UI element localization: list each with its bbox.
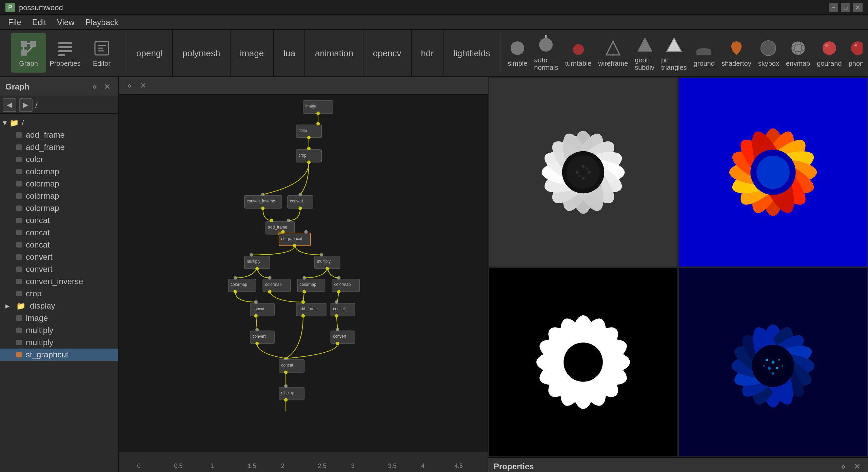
tab-lua[interactable]: lua: [274, 30, 305, 77]
close-button[interactable]: ✕: [853, 2, 863, 12]
tree-item-add-frame-1[interactable]: add_frame: [0, 129, 118, 141]
tree-item-label: color: [26, 155, 43, 164]
preset-pn-triangles[interactable]: pn triangles: [658, 33, 690, 73]
tree-item-colormap-2[interactable]: colormap: [0, 178, 118, 190]
tab-lightfields[interactable]: lightfields: [444, 30, 500, 77]
tree-item-add-frame-2[interactable]: add_frame: [0, 141, 118, 153]
svg-point-198: [752, 345, 794, 387]
tree-item-colormap-1[interactable]: colormap: [0, 165, 118, 178]
viewport-top-left: [488, 77, 678, 267]
svg-point-32: [855, 44, 857, 46]
node-icon: [16, 340, 22, 345]
tree-item-multiply-1[interactable]: multiply: [0, 324, 118, 336]
graph-nav-forward[interactable]: ▶: [19, 98, 33, 112]
tree-item-concat-1[interactable]: concat: [0, 214, 118, 227]
tree-item-convert-inverse[interactable]: convert_inverse: [0, 275, 118, 288]
tree-item-convert-2[interactable]: convert: [0, 263, 118, 275]
props-title: Properties: [494, 461, 534, 471]
wireframe-icon: [604, 39, 623, 58]
preset-auto-normals[interactable]: auto normals: [531, 33, 561, 73]
graph-button[interactable]: Graph: [11, 33, 46, 73]
ground-label: ground: [694, 60, 715, 67]
properties-icon: [56, 39, 75, 58]
maximize-button[interactable]: □: [841, 2, 850, 12]
node-icon: [16, 144, 22, 150]
props-diamond-button[interactable]: ⋄: [838, 461, 849, 472]
nodegraph-area[interactable]: .nr { fill:#3a3a3a; stroke:#555; stroke-…: [119, 95, 488, 452]
preset-ground[interactable]: ground: [691, 33, 717, 73]
svg-text:add_frame: add_frame: [298, 307, 318, 311]
nodegraph-close-button[interactable]: ✕: [138, 80, 149, 91]
svg-text:convert: convert: [253, 334, 266, 339]
nodegraph-diamond-button[interactable]: ⋄: [124, 80, 135, 91]
svg-rect-8: [58, 50, 72, 52]
preset-gourand[interactable]: gourand: [814, 33, 844, 73]
timeline-marker-1: 1: [211, 463, 214, 469]
tree-item-label: convert: [26, 264, 53, 274]
preset-simple[interactable]: simple: [505, 33, 530, 73]
editor-button[interactable]: Editor: [84, 33, 119, 73]
props-close-button[interactable]: ✕: [852, 461, 863, 472]
pn-triangles-icon: [665, 35, 684, 54]
tree-item-image[interactable]: image: [0, 312, 118, 324]
node-icon: [16, 352, 22, 357]
menu-playback[interactable]: Playback: [80, 16, 124, 28]
tree-item-label: convert: [26, 252, 53, 262]
svg-point-203: [766, 359, 768, 361]
preset-turntable[interactable]: turntable: [563, 33, 594, 73]
scene-presets: simple auto normals turntable wireframe: [502, 33, 863, 73]
tree-item-colormap-4[interactable]: colormap: [0, 202, 118, 214]
editor-icon: [92, 39, 111, 58]
preset-phong[interactable]: phong: [846, 33, 863, 73]
tree-item-crop[interactable]: crop: [0, 288, 118, 300]
svg-point-138: [582, 165, 585, 168]
node-icon: [16, 291, 22, 296]
preset-geom-subdiv[interactable]: geom subdiv: [632, 33, 657, 73]
graph-tree: ▾ 📁 / add_frame add_frame color colormap: [0, 114, 118, 472]
menu-file[interactable]: File: [3, 16, 27, 28]
svg-point-66: [304, 230, 308, 234]
properties-panel: Properties ⋄ ✕ item value ▾ st_graphcut …: [488, 457, 868, 472]
tree-item-st-graphcut[interactable]: st_graphcut: [0, 349, 118, 361]
shadertoy-icon: [727, 39, 746, 58]
menu-view[interactable]: View: [52, 16, 80, 28]
preset-shadertoy[interactable]: shadertoy: [719, 33, 754, 73]
tree-item-color[interactable]: color: [0, 153, 118, 165]
properties-button[interactable]: Properties: [47, 33, 83, 73]
svg-point-143: [578, 175, 581, 177]
node-icon: [16, 315, 22, 321]
graph-panel-settings-button[interactable]: ⋄: [90, 81, 100, 92]
graph-nav-back[interactable]: ◀: [3, 98, 16, 112]
minimize-button[interactable]: −: [829, 2, 838, 12]
tree-item-display[interactable]: ▸ 📁 display: [0, 300, 118, 312]
graph-panel-close-button[interactable]: ✕: [102, 81, 113, 92]
tab-image[interactable]: image: [230, 30, 274, 77]
svg-rect-9: [58, 54, 65, 56]
svg-text:convert_inverse: convert_inverse: [247, 199, 275, 203]
main-layout: Graph ⋄ ✕ ◀ ▶ / ▾ 📁 / add_frame: [0, 77, 868, 472]
menu-edit[interactable]: Edit: [27, 16, 52, 28]
tab-polymesh[interactable]: polymesh: [173, 30, 230, 77]
svg-point-17: [573, 44, 584, 55]
preset-wireframe[interactable]: wireframe: [595, 33, 631, 73]
tree-item-colormap-3[interactable]: colormap: [0, 190, 118, 202]
tab-opencv[interactable]: opencv: [363, 30, 412, 77]
tab-opengl[interactable]: opengl: [127, 30, 173, 77]
tree-item-label: add_frame: [26, 142, 65, 152]
tree-item-concat-2[interactable]: concat: [0, 227, 118, 239]
preset-skybox[interactable]: skybox: [755, 33, 782, 73]
svg-point-202: [778, 359, 780, 360]
tree-root[interactable]: ▾ 📁 /: [0, 117, 118, 129]
tree-item-convert-1[interactable]: convert: [0, 251, 118, 263]
simple-icon: [508, 39, 527, 58]
root-folder-icon: 📁: [9, 118, 19, 127]
plugin-tabs: opengl polymesh image lua animation open…: [127, 33, 501, 73]
svg-text:colormap: colormap: [231, 282, 247, 287]
preset-envmap[interactable]: envmap: [783, 33, 813, 73]
tree-item-multiply-2[interactable]: multiply: [0, 336, 118, 349]
tab-animation[interactable]: animation: [305, 30, 363, 77]
tab-hdr[interactable]: hdr: [412, 30, 444, 77]
svg-text:colormap: colormap: [334, 282, 351, 287]
phong-label: phong: [849, 60, 863, 67]
tree-item-concat-3[interactable]: concat: [0, 239, 118, 251]
